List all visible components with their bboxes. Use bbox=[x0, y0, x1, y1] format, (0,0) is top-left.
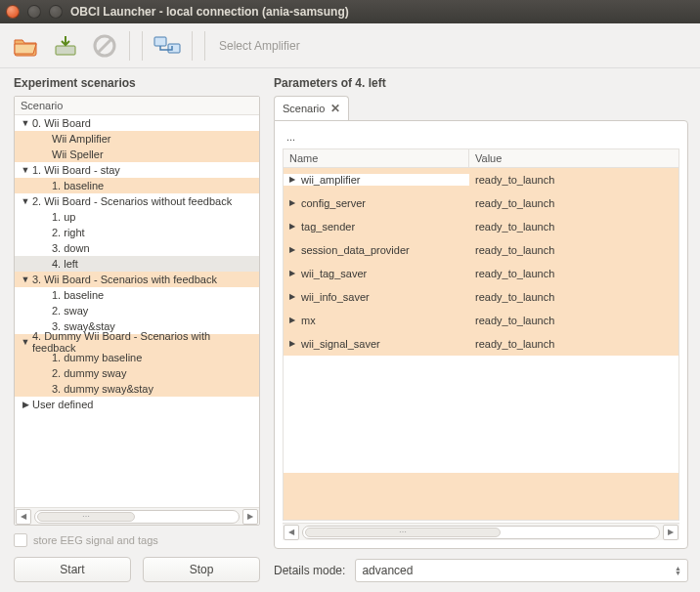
expand-row-icon[interactable]: ▶ bbox=[287, 339, 297, 348]
store-eeg-label: store EEG signal and tags bbox=[33, 534, 158, 546]
experiment-scenarios-title: Experiment scenarios bbox=[14, 76, 260, 90]
row-value: ready_to_launch bbox=[469, 174, 678, 186]
table-row[interactable]: ▶session_data_providerready_to_launch bbox=[284, 238, 678, 262]
tree-item[interactable]: 3. down bbox=[15, 240, 259, 256]
disabled-stop-button bbox=[88, 29, 121, 63]
tree-label: 2. Wii Board - Scenarios without feedbac… bbox=[32, 195, 232, 207]
row-value: ready_to_launch bbox=[469, 197, 678, 209]
table-row[interactable]: ▶config_serverready_to_launch bbox=[284, 191, 678, 215]
tree-label: 2. sway bbox=[52, 305, 88, 317]
chevron-down-icon[interactable]: ▼ bbox=[21, 165, 30, 175]
details-mode-select[interactable]: advanced ▲▼ bbox=[355, 559, 688, 582]
scroll-left-icon[interactable]: ◀ bbox=[284, 525, 299, 540]
tree-group[interactable]: ▼4. Dummy Wii Board - Scenarios with fee… bbox=[15, 334, 259, 350]
tree-label: 3. dummy sway&stay bbox=[52, 383, 153, 395]
table-row[interactable]: ▶wii_amplifierready_to_launch bbox=[284, 168, 678, 191]
parameters-table-body[interactable]: ▶wii_amplifierready_to_launch▶config_ser… bbox=[284, 168, 678, 520]
scenario-column-header[interactable]: Scenario bbox=[15, 97, 259, 115]
select-caret-icon: ▲▼ bbox=[675, 566, 681, 575]
tree-item[interactable]: Wii Speller bbox=[15, 147, 259, 162]
scenario-tree-panel: Scenario ▼0. Wii BoardWii AmplifierWii S… bbox=[14, 96, 260, 526]
svg-line-2 bbox=[98, 39, 111, 53]
column-header-value[interactable]: Value bbox=[469, 149, 678, 167]
stop-button[interactable]: Stop bbox=[143, 557, 260, 582]
tree-group[interactable]: ▶User defined bbox=[15, 397, 259, 412]
row-name: mx bbox=[301, 315, 316, 326]
row-value: ready_to_launch bbox=[469, 268, 678, 279]
minimize-icon[interactable] bbox=[27, 5, 41, 19]
expand-row-icon[interactable]: ▶ bbox=[287, 292, 297, 301]
chevron-down-icon[interactable]: ▼ bbox=[21, 196, 30, 206]
tree-label: Wii Speller bbox=[52, 148, 104, 160]
tree-label: 3. down bbox=[52, 242, 90, 254]
row-name: wii_amplifier bbox=[301, 174, 361, 186]
table-horizontal-scrollbar[interactable]: ◀ ⋯ ▶ bbox=[283, 523, 679, 540]
table-row[interactable]: ▶wii_signal_saverready_to_launch bbox=[284, 332, 678, 356]
store-eeg-checkbox[interactable] bbox=[14, 533, 27, 547]
table-row[interactable]: ▶wii_tag_saverready_to_launch bbox=[284, 262, 678, 285]
column-header-name[interactable]: Name bbox=[284, 149, 469, 167]
chevron-down-icon[interactable]: ▼ bbox=[21, 275, 30, 284]
tree-item[interactable]: 1. baseline bbox=[15, 178, 259, 193]
toolbar: Select Amplifier bbox=[0, 23, 700, 68]
parameters-title: Parameters of 4. left bbox=[274, 76, 688, 90]
breadcrumb[interactable]: ... bbox=[283, 127, 679, 148]
row-name: wii_signal_saver bbox=[301, 338, 380, 350]
tree-label: 1. Wii Board - stay bbox=[32, 164, 120, 176]
row-name: config_server bbox=[301, 197, 366, 209]
maximize-icon[interactable] bbox=[49, 5, 63, 19]
tree-label: Wii Amplifier bbox=[52, 133, 111, 145]
tab-scenario[interactable]: Scenario ✕ bbox=[274, 96, 349, 121]
scroll-right-icon[interactable]: ▶ bbox=[242, 509, 258, 525]
tree-group[interactable]: ▼3. Wii Board - Scenarios with feedback bbox=[15, 272, 259, 287]
tree-label: 1. up bbox=[52, 211, 75, 223]
row-name: wii_info_saver bbox=[301, 291, 370, 303]
tree-item[interactable]: 2. dummy sway bbox=[15, 365, 259, 381]
tree-item[interactable]: 2. right bbox=[15, 225, 259, 240]
expand-row-icon[interactable]: ▶ bbox=[287, 222, 297, 231]
tree-item[interactable]: 3. dummy sway&stay bbox=[15, 381, 259, 397]
open-folder-button[interactable] bbox=[10, 29, 43, 63]
table-row[interactable]: ▶tag_senderready_to_launch bbox=[284, 215, 678, 238]
row-value: ready_to_launch bbox=[469, 221, 678, 233]
expand-row-icon[interactable]: ▶ bbox=[287, 198, 297, 207]
chevron-down-icon[interactable]: ▼ bbox=[21, 337, 30, 347]
tree-label: 2. right bbox=[52, 227, 85, 238]
scroll-right-icon[interactable]: ▶ bbox=[663, 525, 678, 540]
parameters-panel: ... Name Value ▶wii_amplifierready_to_la… bbox=[274, 120, 688, 549]
table-row[interactable]: ▶mxready_to_launch bbox=[284, 309, 678, 332]
save-button[interactable] bbox=[49, 29, 82, 63]
expand-row-icon[interactable]: ▶ bbox=[287, 269, 297, 277]
window-title: OBCI Launcher - local connection (ania-s… bbox=[70, 5, 349, 19]
network-button[interactable] bbox=[151, 29, 184, 63]
tree-label: 2. dummy sway bbox=[52, 367, 126, 379]
tree-label: 1. baseline bbox=[52, 289, 104, 301]
close-icon[interactable] bbox=[6, 5, 20, 19]
tree-group[interactable]: ▼1. Wii Board - stay bbox=[15, 162, 259, 178]
window-titlebar: OBCI Launcher - local connection (ania-s… bbox=[0, 0, 700, 23]
tree-item[interactable]: 1. up bbox=[15, 209, 259, 225]
tree-item[interactable]: 2. sway bbox=[15, 303, 259, 318]
chevron-right-icon[interactable]: ▶ bbox=[21, 400, 30, 409]
start-button[interactable]: Start bbox=[14, 557, 131, 582]
table-row[interactable]: ▶wii_info_saverready_to_launch bbox=[284, 285, 678, 309]
select-amplifier-label[interactable]: Select Amplifier bbox=[219, 39, 300, 53]
tree-label: User defined bbox=[32, 399, 93, 410]
close-tab-icon[interactable]: ✕ bbox=[330, 102, 340, 115]
tree-label: 4. left bbox=[52, 258, 78, 270]
tree-horizontal-scrollbar[interactable]: ◀ ⋯ ▶ bbox=[15, 507, 259, 525]
tree-group[interactable]: ▼2. Wii Board - Scenarios without feedba… bbox=[15, 193, 259, 209]
scroll-left-icon[interactable]: ◀ bbox=[16, 509, 31, 525]
tree-label: 4. Dummy Wii Board - Scenarios with feed… bbox=[32, 330, 255, 354]
svg-rect-0 bbox=[56, 46, 75, 55]
scenario-tree[interactable]: ▼0. Wii BoardWii AmplifierWii Speller▼1.… bbox=[15, 115, 259, 507]
expand-row-icon[interactable]: ▶ bbox=[287, 175, 297, 184]
tree-item[interactable]: 1. baseline bbox=[15, 287, 259, 303]
tree-group[interactable]: ▼0. Wii Board bbox=[15, 115, 259, 131]
chevron-down-icon[interactable]: ▼ bbox=[21, 118, 30, 128]
row-value: ready_to_launch bbox=[469, 315, 678, 326]
expand-row-icon[interactable]: ▶ bbox=[287, 316, 297, 324]
tree-item[interactable]: 4. left bbox=[15, 256, 259, 272]
expand-row-icon[interactable]: ▶ bbox=[287, 245, 297, 254]
tree-item[interactable]: Wii Amplifier bbox=[15, 131, 259, 147]
